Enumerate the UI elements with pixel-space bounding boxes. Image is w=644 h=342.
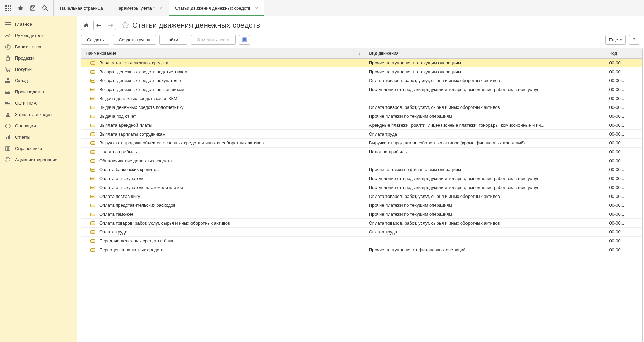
find-button[interactable]: Найти... bbox=[159, 35, 187, 45]
item-icon bbox=[90, 177, 95, 180]
create-group-button[interactable]: Создать группу bbox=[113, 35, 156, 45]
svg-rect-25 bbox=[8, 136, 9, 139]
history-icon[interactable] bbox=[27, 2, 39, 14]
svg-rect-29 bbox=[243, 39, 246, 40]
svg-point-23 bbox=[7, 113, 9, 115]
close-icon[interactable]: × bbox=[160, 5, 162, 11]
svg-rect-24 bbox=[6, 137, 7, 139]
book-icon bbox=[5, 145, 11, 152]
page-title: Статьи движения денежных средств bbox=[132, 21, 260, 30]
boxes-icon bbox=[5, 78, 11, 84]
sidebar-item-4[interactable]: Покупки bbox=[0, 64, 77, 75]
table-row[interactable]: Оплата таможнеПрочие платежи по текущим … bbox=[81, 210, 642, 219]
table-row[interactable]: Налог на прибыльНалог на прибыль00-00... bbox=[81, 148, 642, 156]
list-mode-button[interactable] bbox=[239, 35, 250, 45]
forward-button[interactable] bbox=[106, 21, 116, 30]
table-row[interactable]: Выручка от продажи объектов основных сре… bbox=[81, 139, 642, 148]
svg-rect-26 bbox=[9, 135, 10, 139]
table-row[interactable]: Оплата товаров, работ, услуг, сырья и ин… bbox=[81, 219, 642, 228]
table-row[interactable]: Выплата зарплаты сотрудникамОплата труда… bbox=[81, 130, 642, 139]
table-row[interactable]: Оплата поставщикуОплата товаров, работ, … bbox=[81, 192, 642, 201]
svg-rect-12 bbox=[5, 24, 11, 25]
gear-icon bbox=[5, 157, 11, 163]
table-row[interactable]: Оплата банковских кредитовПрочие платежи… bbox=[81, 165, 642, 174]
help-button[interactable]: ? bbox=[629, 35, 639, 45]
item-icon bbox=[90, 124, 95, 127]
trend-icon bbox=[5, 33, 11, 39]
table-row[interactable]: Возврат денежных средств поставщикомПост… bbox=[81, 85, 642, 94]
create-button[interactable]: Создать bbox=[81, 35, 109, 45]
table-row[interactable]: Оплата трудаОплата труда00-00... bbox=[81, 228, 642, 237]
back-button[interactable] bbox=[93, 21, 104, 30]
table-row[interactable]: Возврат денежных средств покупателюОплат… bbox=[81, 76, 642, 85]
item-icon bbox=[90, 195, 95, 198]
search-icon[interactable] bbox=[39, 2, 51, 14]
svg-rect-30 bbox=[243, 40, 246, 41]
factory-icon bbox=[5, 89, 11, 95]
svg-point-21 bbox=[6, 104, 7, 105]
sort-asc-icon: ↓ bbox=[358, 51, 361, 56]
sidebar-item-7[interactable]: ОС и НМА bbox=[0, 98, 77, 109]
item-icon bbox=[90, 97, 95, 100]
sidebar-item-11[interactable]: Справочники bbox=[0, 143, 77, 154]
close-icon[interactable]: × bbox=[255, 5, 258, 11]
svg-rect-17 bbox=[5, 81, 8, 83]
more-button[interactable]: Еще bbox=[605, 35, 626, 45]
item-icon bbox=[90, 79, 95, 83]
table-row[interactable]: Оплата представительских расходовПрочие … bbox=[81, 201, 642, 210]
sidebar-item-8[interactable]: Зарплата и кадры bbox=[0, 109, 77, 120]
col-type[interactable]: Вид движения bbox=[365, 48, 605, 59]
table-row[interactable]: Переоценка валютных средствПрочие поступ… bbox=[81, 245, 642, 254]
table-row[interactable]: Выдача под отчетПрочие платежи по текущи… bbox=[81, 112, 642, 121]
table-row[interactable]: Оплата от покупателя платежной картойПос… bbox=[81, 183, 642, 192]
table-row[interactable]: Выдача денежных средств подотчетникуОпла… bbox=[81, 103, 642, 112]
table-row[interactable]: Возврат денежных средств подотчетникомПр… bbox=[81, 67, 642, 76]
sidebar-item-3[interactable]: Продажи bbox=[0, 52, 77, 64]
table-row[interactable]: Выплата арендной платыАрендные платежи, … bbox=[81, 121, 642, 130]
table-row[interactable]: Обналичивание денежных средств00-00... bbox=[81, 156, 642, 165]
sidebar-item-9[interactable]: Операции bbox=[0, 120, 77, 131]
sidebar-item-10[interactable]: Отчеты bbox=[0, 131, 77, 143]
svg-rect-18 bbox=[8, 81, 10, 83]
svg-point-16 bbox=[9, 71, 10, 72]
ruble-icon bbox=[5, 44, 11, 50]
item-icon bbox=[90, 159, 95, 163]
star-icon[interactable] bbox=[14, 2, 27, 14]
sidebar-item-1[interactable]: Руководителю bbox=[0, 30, 77, 41]
col-name[interactable]: Наименование↓ bbox=[81, 48, 365, 59]
svg-rect-1 bbox=[8, 5, 9, 7]
home-button[interactable] bbox=[81, 21, 91, 30]
svg-rect-0 bbox=[5, 5, 7, 7]
svg-point-15 bbox=[7, 71, 8, 72]
svg-rect-19 bbox=[7, 78, 9, 80]
svg-rect-8 bbox=[10, 10, 11, 11]
item-icon bbox=[90, 88, 95, 91]
ops-icon bbox=[5, 123, 11, 129]
item-icon bbox=[90, 61, 95, 65]
cancel-find-button[interactable]: Отменить поиск bbox=[191, 35, 236, 45]
sidebar-item-12[interactable]: Администрирование bbox=[0, 154, 77, 165]
svg-rect-11 bbox=[5, 22, 11, 23]
item-icon bbox=[90, 204, 95, 207]
col-code[interactable]: Код bbox=[605, 48, 642, 59]
table-row[interactable]: Передача денежных средств в банк00-00... bbox=[81, 237, 642, 245]
tab-1[interactable]: Параметры учета *× bbox=[109, 0, 169, 16]
svg-rect-7 bbox=[8, 10, 9, 11]
tab-0[interactable]: Начальная страница bbox=[54, 0, 109, 16]
table-row[interactable]: Ввод остатков денежных средствПрочие пос… bbox=[81, 59, 642, 67]
sidebar-item-6[interactable]: Производство bbox=[0, 86, 77, 98]
sidebar-item-2[interactable]: Банк и касса bbox=[0, 41, 77, 52]
table-row[interactable]: Оплата от покупателяПоступление от прода… bbox=[81, 174, 642, 183]
item-icon bbox=[90, 213, 95, 216]
favorite-icon[interactable] bbox=[121, 21, 129, 30]
svg-point-10 bbox=[43, 6, 46, 9]
svg-rect-13 bbox=[5, 26, 11, 26]
tab-2[interactable]: Статьи движения денежных средств× bbox=[169, 0, 265, 16]
svg-rect-2 bbox=[10, 5, 11, 7]
table-row[interactable]: Выдача денежных средств кассе ККМ00-00..… bbox=[81, 94, 642, 103]
sidebar-item-5[interactable]: Склад bbox=[0, 75, 77, 86]
svg-rect-6 bbox=[5, 10, 7, 11]
apps-icon[interactable] bbox=[2, 2, 14, 14]
sidebar-item-0[interactable]: Главное bbox=[0, 18, 77, 30]
item-icon bbox=[90, 221, 95, 225]
